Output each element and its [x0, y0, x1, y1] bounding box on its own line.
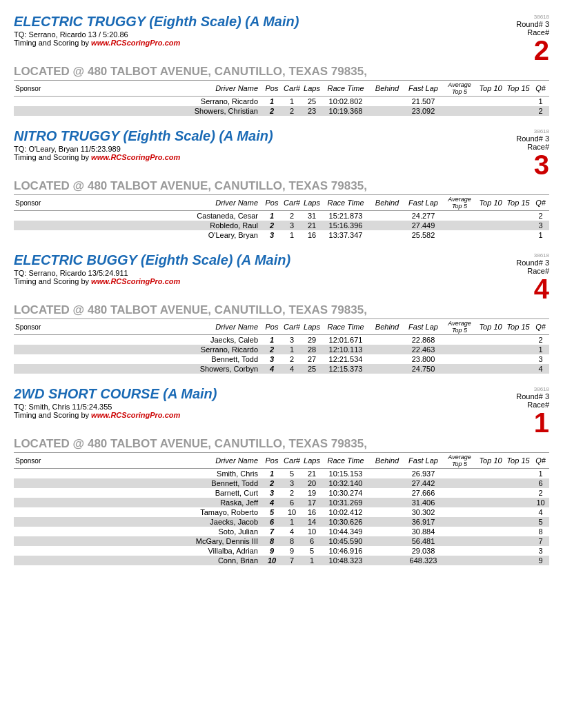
cell-car: 1	[282, 230, 302, 240]
col-car: Car#	[282, 195, 302, 211]
cell-top5	[442, 364, 477, 374]
col-sponsor: Sponsor	[14, 453, 69, 469]
cell-top15	[504, 364, 532, 374]
cell-time: 15:16.396	[322, 221, 370, 230]
results-table: SponsorDriver NamePosCar#LapsRace TimeBe…	[14, 318, 549, 374]
timing-line: Timing and Scoring by www.RCScoringPro.c…	[14, 411, 494, 419]
cell-laps: 31	[302, 211, 322, 221]
cell-q: 1	[532, 97, 549, 107]
cell-pos: 3	[262, 230, 282, 240]
brand-link[interactable]: www.RCScoringPro.com	[91, 153, 180, 161]
cell-laps: 6	[302, 536, 322, 546]
tq-line: TQ: Serrano, Ricardo 13/5:24.911	[14, 269, 494, 277]
cell-sponsor	[14, 335, 69, 345]
col-laps: Laps	[302, 453, 322, 469]
cell-fastlap: 27.449	[404, 221, 442, 230]
round-label-line: Round# 3	[494, 20, 549, 28]
col-top10: Top 10	[477, 319, 504, 335]
col-car: Car#	[282, 319, 302, 335]
col-behind: Behind	[370, 453, 404, 469]
round-number: 3	[545, 392, 549, 401]
cell-pos: 9	[262, 546, 282, 556]
cell-top10	[477, 211, 504, 221]
round-label: Round#	[516, 20, 543, 28]
cell-top10	[477, 469, 504, 479]
race-section-2wd-short-course: 2WD SHORT COURSE (A Main)TQ: Smith, Chri…	[14, 386, 549, 565]
col-sponsor: Sponsor	[14, 195, 69, 211]
cell-fastlap: 22.463	[404, 345, 442, 354]
cell-top10	[477, 498, 504, 507]
col-racetime: Race Time	[322, 81, 370, 97]
race-number-big: 4	[494, 275, 549, 303]
brand-link[interactable]: www.RCScoringPro.com	[91, 411, 180, 419]
cell-top5	[442, 211, 477, 221]
cell-top5	[442, 97, 477, 107]
col-q: Q#	[532, 319, 549, 335]
cell-laps: 1	[302, 556, 322, 565]
cell-top5	[442, 498, 477, 507]
cell-top15	[504, 345, 532, 354]
table-header-row: SponsorDriver NamePosCar#LapsRace TimeBe…	[14, 81, 549, 97]
cell-top10	[477, 527, 504, 536]
cell-top5	[442, 546, 477, 556]
cell-car: 2	[282, 211, 302, 221]
round-race-info: 38618Round# 3Race#1	[494, 386, 549, 436]
cell-time: 10:15.153	[322, 469, 370, 479]
brand-link[interactable]: www.RCScoringPro.com	[91, 277, 180, 285]
round-number: 3	[545, 134, 549, 143]
cell-driver: Jaecks, Caleb	[69, 335, 262, 345]
col-pos: Pos	[262, 81, 282, 97]
cell-top15	[504, 469, 532, 479]
col-racetime: Race Time	[322, 195, 370, 211]
cell-pos: 5	[262, 507, 282, 517]
cell-top5	[442, 221, 477, 230]
col-car: Car#	[282, 453, 302, 469]
cell-laps: 5	[302, 546, 322, 556]
cell-q: 3	[532, 221, 549, 230]
cell-laps: 16	[302, 230, 322, 240]
round-label-line: Round# 3	[494, 259, 549, 267]
cell-q: 2	[532, 335, 549, 345]
col-sponsor: Sponsor	[14, 81, 69, 97]
cell-car: 5	[282, 469, 302, 479]
cell-top10	[477, 221, 504, 230]
col-top15: Top 15	[504, 195, 532, 211]
col-driver: Driver Name	[69, 81, 262, 97]
section-id: 38618	[494, 386, 549, 392]
cell-fastlap: 27.666	[404, 488, 442, 498]
table-row: Jaecks, Jacob611410:30.62636.9175	[14, 517, 549, 527]
round-race-info: 38618Round# 3Race#2	[494, 14, 549, 64]
table-row: Robledo, Raul232115:16.39627.4493	[14, 221, 549, 230]
round-number: 3	[545, 20, 549, 28]
cell-driver: Barnett, Curt	[69, 488, 262, 498]
table-row: Tamayo, Roberto5101610:02.41230.3024	[14, 507, 549, 517]
cell-fastlap: 30.884	[404, 527, 442, 536]
table-row: Serrano, Ricardo212812:10.11322.4631	[14, 345, 549, 354]
cell-q: 6	[532, 478, 549, 488]
cell-behind	[370, 354, 404, 364]
cell-top5	[442, 507, 477, 517]
brand-link[interactable]: www.RCScoringPro.com	[91, 39, 180, 47]
table-row: Showers, Christian222310:19.36823.0922	[14, 106, 549, 116]
round-label: Round#	[516, 134, 543, 143]
cell-top10	[477, 97, 504, 107]
cell-car: 8	[282, 536, 302, 546]
tq-line: TQ: Smith, Chris 11/5:24.355	[14, 403, 494, 411]
cell-car: 3	[282, 478, 302, 488]
cell-sponsor	[14, 345, 69, 354]
location-line: LOCATED @ 480 TALBOT AVENUE, CANUTILLO, …	[14, 437, 549, 451]
cell-behind	[370, 478, 404, 488]
cell-behind	[370, 469, 404, 479]
cell-fastlap: 648.323	[404, 556, 442, 565]
cell-top10	[477, 345, 504, 354]
table-row: Soto, Julian741010:44.34930.8848	[14, 527, 549, 536]
cell-top5	[442, 335, 477, 345]
cell-top10	[477, 478, 504, 488]
cell-time: 10:30.626	[322, 517, 370, 527]
cell-behind	[370, 498, 404, 507]
race-title-text: NITRO TRUGGY (Eighth Scale) (A Main)	[14, 128, 273, 143]
title-row: 2WD SHORT COURSE (A Main)TQ: Smith, Chri…	[14, 386, 549, 436]
race-title: ELECTRIC BUGGY (Eighth Scale) (A Main)TQ…	[14, 252, 494, 285]
cell-car: 2	[282, 354, 302, 364]
round-label: Round#	[516, 392, 543, 401]
